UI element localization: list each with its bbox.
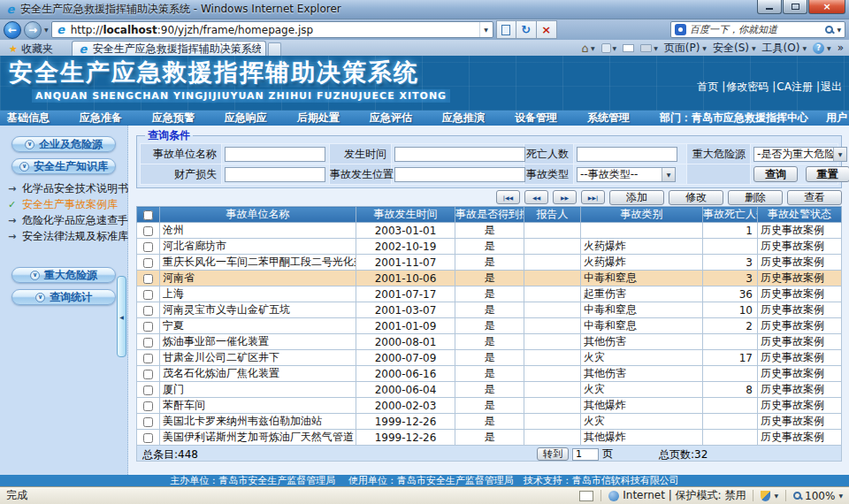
menu-item-8[interactable]: 设备管理 [515, 111, 557, 126]
search-dropdown-icon[interactable]: ▼ [837, 27, 841, 33]
delete-button[interactable]: 删除 [728, 190, 783, 205]
feeds-button[interactable]: ▼ [601, 43, 617, 53]
table-cell [524, 271, 581, 286]
table-row[interactable]: 重庆长风化一车间二苯甲酮工段二号光化釜2001-11-07是火药爆炸3历史事故案… [137, 255, 842, 271]
header-link-change-password[interactable]: 修改密码 [726, 80, 769, 93]
row-checkbox[interactable] [143, 401, 153, 411]
print-button[interactable]: ▼ [640, 44, 658, 52]
header-link-ca-register[interactable]: CA注册 [776, 80, 813, 93]
select-all-checkbox[interactable] [143, 210, 153, 220]
major-hazard-select[interactable]: -是否为重大危险源- ▼ [753, 147, 847, 162]
menu-item-3[interactable]: 应急预警 [152, 111, 195, 126]
maximize-button[interactable] [783, 0, 807, 14]
row-checkbox[interactable] [143, 433, 153, 443]
row-checkbox[interactable] [143, 242, 153, 252]
table-row[interactable]: 河南灵宝市义寺山金矿五坑2001-03-07是中毒和窒息10历史事故案例 [137, 302, 842, 318]
unit-name-input[interactable] [225, 147, 325, 162]
modify-button[interactable]: 修改 [669, 190, 723, 205]
sidebar-splitter[interactable]: ◀ [117, 276, 126, 357]
row-checkbox[interactable] [143, 306, 153, 316]
table-row[interactable]: 上海2001-07-17是起重伤害36历史事故案例 [137, 286, 842, 302]
table-row[interactable]: 炼油事业部一催化装置2000-08-01是其他伤害历史事故案例 [137, 334, 842, 350]
next-page-button[interactable]: ▶▶ [553, 190, 577, 204]
table-row[interactable]: 茂名石化炼油厂焦化装置2000-06-16是其他伤害历史事故案例 [137, 366, 842, 382]
home-button[interactable]: ⌂▼ [582, 42, 595, 55]
close-button[interactable]: × [808, 0, 845, 14]
row-checkbox[interactable] [143, 370, 153, 379]
table-row[interactable]: 沧州2003-01-01是1历史事故案例 [137, 223, 842, 239]
zoom-control[interactable]: 100% ▼ [793, 490, 843, 502]
row-checkbox[interactable] [143, 322, 153, 332]
help-button[interactable]: ?▼ [813, 42, 831, 54]
row-checkbox[interactable] [143, 274, 153, 284]
menu-item-7[interactable]: 应急推演 [442, 111, 485, 126]
table-row[interactable]: 河南省2001-10-06是中毒和窒息3历史事故案例 [137, 271, 842, 286]
row-checkbox[interactable] [143, 226, 153, 236]
previous-page-button[interactable]: ◀◀ [524, 190, 548, 204]
last-page-button[interactable]: ▶▶| [581, 190, 605, 204]
page-menu-button[interactable]: 页面(P)▼ [664, 41, 707, 56]
sidebar-item[interactable]: ✓安全生产事故案例库 [8, 196, 127, 212]
address-dropdown-icon[interactable]: ▼ [479, 22, 493, 37]
protected-mode-button[interactable]: ▼ [761, 491, 778, 501]
first-page-button[interactable]: |◀◀ [496, 190, 520, 204]
sidebar-group-1[interactable]: ∨企业及危险源 [11, 136, 116, 152]
history-dropdown-icon[interactable]: ▼ [44, 27, 49, 33]
back-button[interactable]: ← [4, 21, 21, 39]
search-input[interactable]: 百度一下，你就知道 ▼ [670, 21, 845, 38]
search-icon[interactable] [825, 26, 833, 34]
sidebar-group-3[interactable]: ∨重大危险源 [11, 267, 116, 283]
search-button[interactable]: 查询 [753, 166, 798, 182]
page-number-input[interactable] [572, 448, 599, 461]
sidebar-group-2[interactable]: ∨安全生产知识库 [11, 158, 116, 174]
address-input[interactable]: e http://localhost:90/yjzh/frame/homepag… [51, 21, 493, 38]
property-loss-input[interactable] [225, 167, 325, 182]
table-row[interactable]: 厦门2000-06-04是火灾8历史事故案例 [137, 382, 842, 398]
forward-button[interactable]: → [24, 21, 42, 39]
table-row[interactable]: 美国北卡罗来纳州韦兹伯勒加油站1999-12-26是火灾历史事故案例 [137, 414, 842, 430]
refresh-button[interactable]: ↻ [516, 20, 537, 39]
menu-item-2[interactable]: 应急准备 [80, 111, 122, 126]
favorites-button[interactable]: ★ 收藏夹 [3, 42, 59, 56]
stop-button[interactable]: × [537, 20, 557, 39]
add-button[interactable]: 添加 [609, 190, 664, 205]
menu-item-1[interactable]: 基础信息 [7, 111, 50, 126]
minimize-button[interactable] [757, 0, 782, 14]
menu-item-6[interactable]: 应急评估 [370, 111, 412, 126]
header-link-home[interactable]: 首页 [697, 80, 718, 93]
row-checkbox[interactable] [143, 258, 153, 268]
row-checkbox[interactable] [143, 386, 153, 395]
reset-button[interactable]: 重置 [806, 166, 849, 182]
sidebar-group-4[interactable]: ∨查询统计 [11, 289, 116, 305]
occur-time-input[interactable] [394, 147, 525, 162]
view-button[interactable]: 查看 [787, 190, 842, 205]
menu-item-9[interactable]: 系统管理 [587, 111, 630, 126]
row-checkbox[interactable] [143, 338, 153, 347]
menu-item-4[interactable]: 应急响应 [225, 111, 267, 126]
table-row[interactable]: 甘肃金川公司二矿区井下2000-07-09是火灾17历史事故案例 [137, 350, 842, 366]
table-cell: 历史事故案例 [758, 223, 842, 239]
goto-page-button[interactable]: 转到 [537, 447, 569, 461]
sidebar-item[interactable]: →安全法律法规及标准库 [8, 228, 127, 244]
row-checkbox[interactable] [143, 290, 153, 300]
row-checkbox[interactable] [143, 417, 153, 427]
table-row[interactable]: 河北省廊坊市2002-10-19是火药爆炸历史事故案例 [137, 239, 842, 255]
sidebar-item[interactable]: →化学品安全技术说明书 [8, 180, 127, 196]
accident-type-select[interactable]: --事故类型-- ▼ [577, 167, 676, 182]
safety-menu-button[interactable]: 安全(S)▼ [713, 41, 756, 56]
table-row[interactable]: 苯酐车间2000-02-03是其他爆炸历史事故案例 [137, 398, 842, 414]
compatibility-view-button[interactable] [496, 20, 516, 39]
tools-menu-button[interactable]: 工具(O)▼ [762, 41, 807, 56]
menu-item-5[interactable]: 后期处置 [297, 111, 340, 126]
mail-button[interactable] [623, 44, 634, 52]
row-checkbox[interactable] [143, 354, 153, 363]
table-row[interactable]: 宁夏2001-01-09是中毒和窒息2历史事故案例 [137, 318, 842, 334]
overflow-chevron-icon[interactable]: » [838, 42, 844, 54]
tab-active[interactable]: e 安全生产应急救援指挥辅助决策系统 [72, 41, 266, 56]
deaths-input[interactable] [577, 147, 677, 162]
header-link-logout[interactable]: 退出 [821, 80, 842, 93]
table-row[interactable]: 美国伊利诺斯州芝加哥炼油厂天然气管道1999-12-26是其他爆炸历史事故案例 [137, 430, 842, 446]
location-input[interactable] [394, 167, 525, 182]
new-tab-button[interactable] [268, 42, 281, 56]
sidebar-item[interactable]: →危险化学品应急速查手... [8, 212, 127, 228]
